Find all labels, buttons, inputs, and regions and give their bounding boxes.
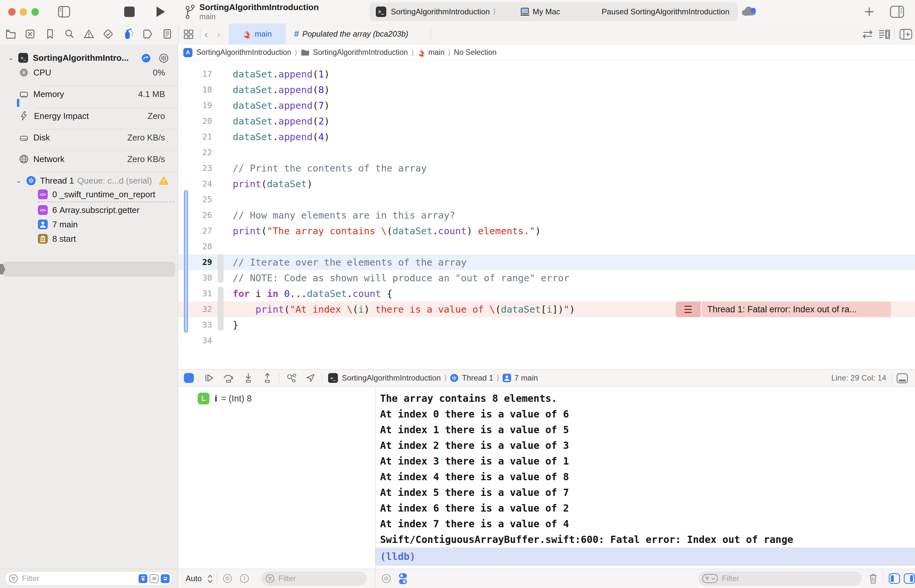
continue-execution-button[interactable] bbox=[203, 372, 215, 383]
code-line-25[interactable]: 25 bbox=[178, 192, 915, 207]
gauge-icon[interactable] bbox=[141, 53, 151, 63]
run-button[interactable] bbox=[155, 5, 167, 18]
memory-graph-button[interactable] bbox=[285, 372, 298, 383]
line-number[interactable]: 29 bbox=[178, 254, 212, 270]
scheme-destination[interactable]: My Mac bbox=[533, 2, 560, 21]
line-number[interactable]: 17 bbox=[178, 66, 212, 82]
breadcrumb-file[interactable]: main bbox=[428, 48, 445, 57]
profile-icon[interactable] bbox=[159, 53, 169, 63]
disclosure-chevron-icon[interactable]: ⌄ bbox=[8, 53, 14, 62]
code-line-21[interactable]: 21dataSet.append(4) bbox=[178, 129, 915, 145]
stack-frame-selected[interactable]: 7 main bbox=[0, 217, 178, 232]
code-line-17[interactable]: 17dataSet.append(1) bbox=[178, 66, 915, 82]
line-number[interactable]: 32 bbox=[178, 302, 212, 317]
swap-editor-icon[interactable] bbox=[862, 29, 874, 39]
line-number[interactable]: 21 bbox=[178, 129, 212, 145]
code-line-33[interactable]: 33} bbox=[178, 317, 915, 333]
line-number[interactable]: 28 bbox=[178, 239, 212, 254]
navigator-filter-field[interactable] bbox=[5, 571, 173, 586]
line-number[interactable]: 33 bbox=[178, 317, 212, 333]
variable-name[interactable]: i bbox=[215, 394, 217, 404]
info-icon[interactable] bbox=[239, 573, 249, 583]
toggle-left-sidebar-icon[interactable] bbox=[58, 6, 71, 18]
toggle-debug-area-button[interactable] bbox=[896, 373, 909, 384]
console-filter-field[interactable] bbox=[698, 571, 862, 586]
stop-button[interactable] bbox=[124, 6, 135, 17]
metric-row-energy[interactable]: Energy Impact Zero bbox=[0, 109, 178, 123]
tests-navigator-icon[interactable] bbox=[103, 28, 114, 40]
add-editor-icon[interactable] bbox=[899, 29, 912, 40]
code-line-29[interactable]: 29// Iterate over the elements of the ar… bbox=[178, 254, 915, 270]
breadcrumb-project[interactable]: SortingAlgorithmIntroduction bbox=[196, 48, 291, 57]
debug-navigator-icon[interactable] bbox=[123, 28, 134, 40]
line-number[interactable]: 31 bbox=[178, 286, 212, 302]
breakpoints-navigator-icon[interactable] bbox=[142, 28, 153, 40]
error-menu-icon[interactable]: ☰ bbox=[676, 302, 701, 317]
debug-path-frame[interactable]: 7 main bbox=[514, 373, 538, 383]
step-over-button[interactable] bbox=[222, 372, 235, 383]
breadcrumb-selection[interactable]: No Selection bbox=[454, 48, 496, 57]
code-line-18[interactable]: 18dataSet.append(8) bbox=[178, 82, 915, 98]
filter-flag-button[interactable] bbox=[139, 574, 147, 583]
console-filter-input[interactable] bbox=[721, 573, 858, 583]
code-line-34[interactable]: 34 bbox=[178, 333, 915, 349]
line-number[interactable]: 20 bbox=[178, 113, 212, 129]
fold-ribbon[interactable] bbox=[218, 254, 223, 283]
source-control-navigator-icon[interactable] bbox=[24, 28, 36, 40]
code-line-30[interactable]: 30// NOTE: Code as shown will produce an… bbox=[178, 270, 915, 286]
filter-columns-button[interactable] bbox=[150, 574, 158, 583]
process-row[interactable]: ⌄ >_ SortingAlgorithmIntro... bbox=[0, 51, 178, 65]
line-number[interactable]: 23 bbox=[178, 160, 212, 176]
find-navigator-icon[interactable] bbox=[64, 28, 75, 40]
code-line-27[interactable]: 27print("The array contains \(dataSet.co… bbox=[178, 223, 915, 239]
lldb-prompt-row[interactable]: (lldb) bbox=[375, 548, 915, 566]
error-annotation[interactable]: ☰ Thread 1: Fatal error: Index out of ra… bbox=[676, 302, 891, 317]
variables-filter-input[interactable] bbox=[278, 573, 363, 583]
debug-path-target[interactable]: SortingAlgorithmIntroduction bbox=[342, 373, 441, 383]
breadcrumb-group[interactable]: SortingAlgorithmIntroduction bbox=[313, 48, 408, 57]
metric-row-memory[interactable]: Memory 4.1 MB bbox=[0, 87, 178, 101]
stack-frame[interactable]: </> 6 Array.subscript.getter bbox=[0, 203, 178, 217]
thread-row[interactable]: ⌄ Thread 1 Queue: c...d (serial) bbox=[0, 173, 178, 188]
line-number[interactable]: 26 bbox=[178, 207, 212, 223]
reports-navigator-icon[interactable] bbox=[162, 28, 173, 40]
metric-row-cpu[interactable]: CPU 0% bbox=[0, 65, 178, 80]
stack-frame[interactable]: 8 start bbox=[0, 232, 178, 246]
code-line-23[interactable]: 23// Print the contents of the array bbox=[178, 160, 915, 176]
variables-filter-field[interactable] bbox=[262, 571, 367, 586]
line-number[interactable]: 27 bbox=[178, 223, 212, 239]
console[interactable]: The array contains 8 elements.At index 0… bbox=[375, 387, 915, 569]
add-tab-button[interactable] bbox=[863, 6, 875, 18]
line-number[interactable]: 34 bbox=[178, 333, 212, 349]
fold-ribbon[interactable] bbox=[218, 286, 223, 331]
line-number[interactable]: 24 bbox=[178, 176, 212, 192]
metric-row-disk[interactable]: Disk Zero KB/s bbox=[0, 130, 178, 145]
variables-scope-select[interactable]: Auto bbox=[186, 574, 202, 583]
code-line-31[interactable]: 31for i in 0...dataSet.count { bbox=[178, 286, 915, 302]
line-number[interactable]: 18 bbox=[178, 82, 212, 98]
close-window-button[interactable] bbox=[8, 8, 16, 16]
toggle-right-sidebar-icon[interactable] bbox=[889, 5, 905, 18]
disclosure-chevron-icon[interactable]: ⌄ bbox=[16, 176, 21, 185]
cloud-status-icon[interactable] bbox=[740, 5, 758, 18]
step-out-button[interactable] bbox=[262, 372, 273, 383]
breakpoints-toggle-button[interactable] bbox=[184, 373, 194, 383]
code-line-22[interactable]: 22 bbox=[178, 145, 915, 160]
code-line-20[interactable]: 20dataSet.append(2) bbox=[178, 113, 915, 129]
line-number[interactable]: 22 bbox=[178, 145, 212, 160]
minimize-window-button[interactable] bbox=[19, 8, 27, 16]
issues-navigator-icon[interactable] bbox=[83, 28, 94, 40]
code-line-19[interactable]: 19dataSet.append(7) bbox=[178, 98, 915, 113]
scheme-target[interactable]: SortingAlgorithmIntroduction ⟩ bbox=[391, 2, 499, 21]
step-into-button[interactable] bbox=[242, 372, 254, 383]
code-line-24[interactable]: 24print(dataSet) bbox=[178, 176, 915, 192]
code-line-26[interactable]: 26// How many elements are in this array… bbox=[178, 207, 915, 223]
metric-row-network[interactable]: Network Zero KB/s bbox=[0, 152, 178, 166]
debug-path-thread[interactable]: Thread 1 bbox=[462, 373, 493, 383]
bookmarks-navigator-icon[interactable] bbox=[44, 28, 55, 40]
variables-view[interactable]: L i = (Int) 8 bbox=[178, 387, 375, 569]
go-back-button[interactable]: ‹ bbox=[205, 29, 208, 40]
navigator-filter-input[interactable] bbox=[21, 573, 136, 583]
go-forward-button[interactable]: › bbox=[217, 29, 220, 40]
console-toggles-icon[interactable] bbox=[398, 572, 408, 585]
